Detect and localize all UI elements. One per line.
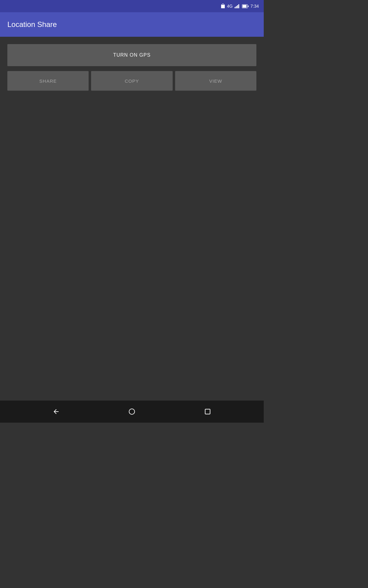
signal-icon (235, 4, 240, 8)
turn-on-gps-button[interactable]: TURN ON GPS (7, 44, 256, 66)
status-icons: 4G 7:34 (221, 4, 259, 9)
recents-icon (204, 408, 211, 415)
nav-bar (0, 401, 264, 423)
recents-button[interactable] (200, 404, 215, 419)
copy-button[interactable]: COPY (91, 71, 172, 91)
time-label: 7:34 (251, 4, 259, 9)
back-icon (52, 408, 60, 415)
home-icon (128, 408, 136, 415)
view-button[interactable]: VIEW (175, 71, 256, 91)
status-bar: 4G 7:34 (0, 0, 264, 12)
main-content: TURN ON GPS SHARE COPY VIEW (0, 37, 264, 401)
svg-rect-2 (222, 4, 224, 5)
svg-rect-9 (248, 6, 249, 7)
app-title: Location Share (7, 20, 57, 29)
svg-rect-3 (235, 7, 236, 8)
svg-rect-6 (238, 4, 239, 8)
svg-rect-8 (243, 5, 247, 8)
svg-rect-11 (205, 409, 210, 414)
action-buttons-row: SHARE COPY VIEW (7, 71, 256, 91)
svg-rect-5 (237, 5, 238, 8)
svg-rect-4 (236, 6, 237, 8)
home-button[interactable] (125, 404, 139, 419)
share-button[interactable]: SHARE (7, 71, 89, 91)
svg-point-10 (129, 409, 135, 414)
back-button[interactable] (49, 404, 63, 419)
signal-label: 4G (227, 4, 233, 9)
app-bar: Location Share (0, 12, 264, 37)
battery-icon (242, 4, 249, 8)
clipboard-icon (221, 4, 225, 9)
